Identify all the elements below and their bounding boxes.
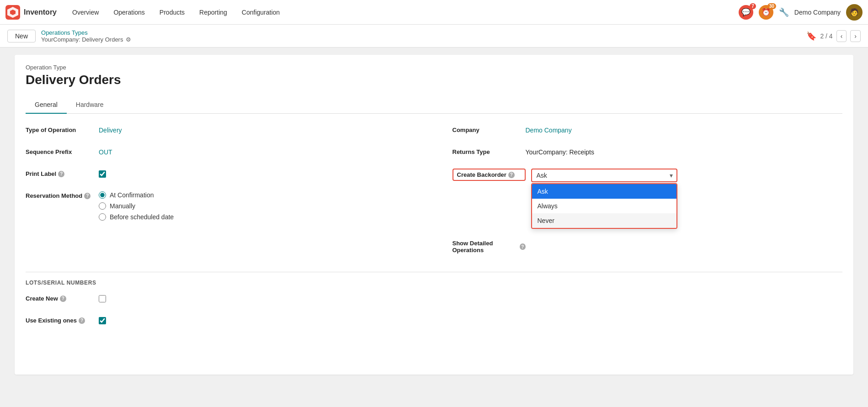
record-type-label: Operation Type: [26, 64, 842, 71]
nav-item-reporting[interactable]: Reporting: [193, 6, 234, 19]
sequence-prefix-row: Sequence Prefix OUT: [26, 147, 416, 161]
prev-record-button[interactable]: ‹: [836, 30, 847, 42]
create-backorder-dropdown-wrapper: Ask Always Never ▾ Ask Always Never: [531, 169, 677, 182]
tab-general[interactable]: General: [26, 96, 67, 114]
wrench-icon[interactable]: 🔧: [779, 7, 789, 17]
print-label-help-icon[interactable]: ?: [58, 171, 64, 177]
tab-hardware[interactable]: Hardware: [67, 96, 113, 114]
form-left-col: Type of Operation Delivery Sequence Pref…: [26, 125, 434, 261]
next-record-button[interactable]: ›: [850, 30, 861, 42]
type-of-operation-label: Type of Operation: [26, 125, 99, 133]
use-existing-checkbox[interactable]: [99, 317, 106, 324]
topbar-right: 💬 7 ⏰ 30 🔧 Demo Company 🧑: [739, 4, 863, 21]
breadcrumb-current-label: YourCompany: Delivery Orders: [41, 36, 123, 43]
reservation-method-help-icon[interactable]: ?: [84, 193, 91, 199]
settings-gear-icon[interactable]: ⚙: [126, 36, 131, 43]
nav-item-configuration[interactable]: Configuration: [235, 6, 286, 19]
sequence-prefix-label: Sequence Prefix: [26, 147, 99, 155]
form-tabs: General Hardware: [26, 96, 842, 114]
create-backorder-label: Create Backorder ?: [453, 169, 526, 181]
use-existing-row: Use Existing ones ?: [26, 315, 842, 330]
clock-count: 30: [767, 3, 776, 9]
create-new-checkbox[interactable]: [99, 295, 106, 302]
form-right-col: Company Demo Company Returns Type YourCo…: [434, 125, 843, 261]
reservation-method-row: Reservation Method ? At Confirmation Man…: [26, 190, 416, 221]
bookmark-icon[interactable]: 🔖: [806, 31, 816, 41]
app-icon: [5, 5, 20, 20]
show-detailed-ops-row: Show Detailed Operations ?: [453, 238, 843, 254]
company-label: Demo Company: [794, 9, 841, 16]
breadcrumb-current: YourCompany: Delivery Orders ⚙: [41, 36, 131, 43]
backorder-option-never[interactable]: Never: [532, 213, 676, 228]
returns-type-label: Returns Type: [453, 147, 526, 155]
create-new-label: Create New ?: [26, 293, 99, 302]
returns-type-value[interactable]: YourCompany: Receipts: [526, 147, 594, 156]
reservation-method-label: Reservation Method ?: [26, 190, 99, 199]
create-new-row: Create New ?: [26, 293, 842, 308]
backorder-option-always[interactable]: Always: [532, 199, 676, 213]
breadcrumb-bar: New Operations Types YourCompany: Delive…: [0, 25, 868, 48]
backorder-dropdown-menu: Ask Always Never: [531, 183, 677, 229]
breadcrumb-left: New Operations Types YourCompany: Delive…: [7, 29, 131, 43]
nav-menu: Overview Operations Products Reporting C…: [66, 6, 739, 19]
company-label-field: Company: [453, 125, 526, 133]
radio-manually[interactable]: Manually: [99, 202, 174, 210]
create-backorder-select[interactable]: Ask Always Never: [531, 169, 677, 182]
use-existing-help-icon[interactable]: ?: [79, 317, 85, 324]
show-detailed-ops-help-icon[interactable]: ?: [520, 243, 525, 250]
page-position: 2 / 4: [820, 32, 832, 40]
form-grid: Type of Operation Delivery Sequence Pref…: [26, 125, 842, 261]
nav-item-products[interactable]: Products: [153, 6, 191, 19]
user-avatar[interactable]: 🧑: [846, 4, 863, 21]
breadcrumb-parent[interactable]: Operations Types: [41, 29, 131, 36]
record-title: Delivery Orders: [26, 73, 842, 87]
print-label-checkbox[interactable]: [99, 170, 106, 178]
use-existing-label: Use Existing ones ?: [26, 315, 99, 324]
create-new-help-icon[interactable]: ?: [60, 296, 66, 302]
company-row: Company Demo Company: [453, 125, 843, 139]
main-form: Operation Type Delivery Orders General H…: [15, 55, 853, 375]
show-detailed-ops-label: Show Detailed Operations ?: [453, 238, 526, 254]
lots-section-title: LOTS/SERIAL NUMBERS: [26, 280, 842, 286]
new-button[interactable]: New: [7, 30, 36, 42]
messages-icon[interactable]: 💬 7: [739, 5, 753, 20]
brand-name: Inventory: [24, 8, 57, 16]
reservation-method-options: At Confirmation Manually Before schedule…: [99, 190, 174, 221]
brand-area[interactable]: Inventory: [5, 5, 57, 20]
sequence-prefix-value[interactable]: OUT: [99, 147, 112, 156]
radio-at-confirmation[interactable]: At Confirmation: [99, 191, 174, 199]
type-of-operation-value[interactable]: Delivery: [99, 125, 122, 134]
breadcrumb-links: Operations Types YourCompany: Delivery O…: [41, 29, 131, 43]
returns-type-row: Returns Type YourCompany: Receipts: [453, 147, 843, 161]
create-backorder-help-icon[interactable]: ?: [508, 172, 515, 178]
nav-item-operations[interactable]: Operations: [107, 6, 151, 19]
clock-icon[interactable]: ⏰ 30: [759, 5, 773, 20]
create-backorder-row: Create Backorder ? Ask Always Never ▾ As…: [453, 169, 843, 183]
messages-count: 7: [750, 3, 756, 9]
lots-divider: [26, 272, 842, 272]
nav-item-overview[interactable]: Overview: [66, 6, 105, 19]
print-label-row: Print Label ?: [26, 169, 416, 183]
company-value[interactable]: Demo Company: [526, 125, 572, 134]
backorder-option-ask[interactable]: Ask: [532, 184, 676, 199]
top-navigation: Inventory Overview Operations Products R…: [0, 0, 868, 25]
print-label-label: Print Label ?: [26, 169, 99, 177]
type-of-operation-row: Type of Operation Delivery: [26, 125, 416, 139]
breadcrumb-right: 🔖 2 / 4 ‹ ›: [806, 30, 861, 42]
radio-before-scheduled[interactable]: Before scheduled date: [99, 213, 174, 221]
